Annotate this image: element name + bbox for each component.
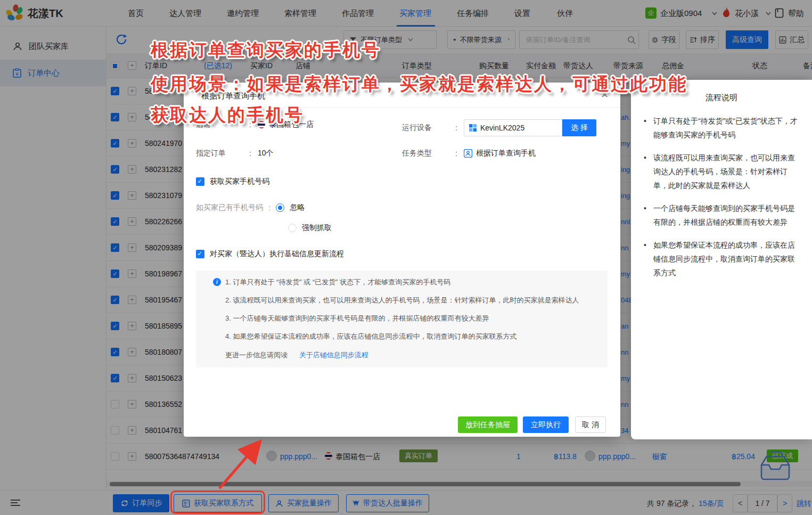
info-icon: i (213, 278, 221, 286)
cancel-button[interactable]: 取 消 (575, 416, 606, 433)
select-device-button[interactable]: 选 择 (562, 119, 596, 136)
windows-icon (469, 124, 477, 132)
run-now-button[interactable]: 立即执行 (523, 416, 569, 433)
get-phone-checkbox-label: 获取买家手机号码 (210, 177, 269, 186)
bullet-text: 订单只有处于“待发货”或“已发货”状态下，才能够查询买家的手机号码 (653, 114, 799, 142)
note-line: 3. 一个店铺每天能够查询到的买家手机号码是有限的，并根据店铺的权重而有较大差异 (225, 314, 489, 323)
radio-selected-icon[interactable] (276, 203, 284, 212)
note-line: 2. 该流程既可以用来查询买家，也可以用来查询达人的手机号码，场景是：针对索样订… (225, 296, 579, 305)
bullet-item: •该流程既可以用来查询买家，也可以用来查询达人的手机号码，场景是：针对索样订单，… (644, 151, 799, 192)
bullet-item: •一个店铺每天能够查询到的买家手机号码是有限的，并根据店铺的权重而有较大差异 (644, 201, 799, 229)
force-radio-row[interactable]: 强制抓取 (288, 223, 332, 233)
panel-bullet-list: •订单只有处于“待发货”或“已发货”状态下，才能够查询买家的手机号码 •该流程既… (644, 114, 799, 289)
bullet-text: 该流程既可以用来查询买家，也可以用来查询达人的手机号码，场景是：针对索样订单，此… (653, 151, 799, 192)
update-info-checkbox-label: 对买家（暨达人）执行基础信息更新流程 (210, 249, 344, 259)
update-info-checkbox-row[interactable]: 对买家（暨达人）执行基础信息更新流程 (196, 249, 344, 259)
note-line: 4. 如果您希望保证本流程的成功率，应该在店铺信息同步流程中，取消查询订单的买家… (225, 332, 516, 341)
thailand-flag-icon (258, 121, 265, 128)
bullet-item: •订单只有处于“待发货”或“已发货”状态下，才能够查询买家的手机号码 (644, 114, 799, 142)
sync-flow-link[interactable]: 关于店铺信息同步流程 (299, 351, 368, 359)
get-phone-checkbox-row[interactable]: 获取买家手机号码 (196, 177, 269, 186)
query-phone-modal: 根据订单查询手机 ✕ 店铺: 泰国箱包一店 运行设备: KevinLK2025 … (184, 83, 620, 437)
bullet-dot: • (644, 201, 648, 229)
close-icon[interactable]: ✕ (601, 89, 609, 101)
bullet-dot: • (644, 151, 648, 192)
orders-value: 10个 (258, 149, 274, 158)
radio-unselected-icon[interactable] (288, 224, 297, 232)
device-field: 运行设备: KevinLK2025 选 择 (402, 119, 596, 136)
radio-force-label: 强制抓取 (302, 223, 332, 233)
bullet-dot: • (644, 238, 648, 280)
bullet-item: •如果您希望保证本流程的成功率，应该在店铺信息同步流程中，取消查询订单的买家联系… (644, 238, 799, 280)
more-info-text: 更进一步信息请阅读 (225, 351, 288, 359)
more-info-row: 更进一步信息请阅读 关于店铺信息同步流程 (225, 350, 368, 360)
bullet-text: 如果您希望保证本流程的成功率，应该在店铺信息同步流程中，取消查询订单的买家联系方… (653, 238, 799, 280)
has-phone-radio-row: 如买家已有手机号码 : 忽略 (196, 203, 305, 212)
panel-title: 流程说明 (631, 93, 812, 103)
radio-ignore-label: 忽略 (290, 203, 305, 212)
orders-label: 指定订单 (196, 149, 249, 158)
divider (184, 107, 620, 108)
notes-box: i 1. 订单只有处于 “待发货” 或 “已发货” 状态下，才能够查询买家的手机… (196, 271, 608, 367)
checkbox-checked-icon[interactable] (196, 250, 204, 258)
note-line: 1. 订单只有处于 “待发货” 或 “已发货” 状态下，才能够查询买家的手机号码 (225, 277, 450, 287)
has-phone-label: 如买家已有手机号码 (196, 203, 263, 212)
app-screen: 花漾TK 首页 达人管理 邀约管理 索样管理 作品管理 买家管理 任务编排 设置… (0, 0, 812, 515)
bullet-text: 一个店铺每天能够查询到的买家手机号码是有限的，并根据店铺的权重而有较大差异 (653, 201, 799, 229)
device-label: 运行设备 (402, 123, 455, 133)
modal-title: 根据订单查询手机 (201, 91, 265, 101)
task-type-icon (464, 149, 472, 158)
bullet-dot: • (644, 114, 648, 142)
shop-label: 店铺 (196, 120, 249, 129)
task-type-label: 任务类型 (402, 149, 455, 158)
shop-value: 泰国箱包一店 (269, 120, 314, 129)
checkbox-checked-icon[interactable] (196, 177, 204, 186)
task-type-value: 根据订单查询手机 (476, 149, 536, 158)
device-input[interactable]: KevinLK2025 (464, 119, 562, 136)
task-type-field: 任务类型: 根据订单查询手机 (402, 149, 536, 158)
orders-field: 指定订单: 10个 (196, 149, 273, 158)
device-value: KevinLK2025 (480, 124, 524, 132)
process-description-panel: 流程说明 •订单只有处于“待发货”或“已发货”状态下，才能够查询买家的手机号码 … (631, 80, 812, 439)
to-task-drawer-button[interactable]: 放到任务抽屉 (458, 416, 518, 433)
shop-field: 店铺: 泰国箱包一店 (196, 120, 314, 129)
